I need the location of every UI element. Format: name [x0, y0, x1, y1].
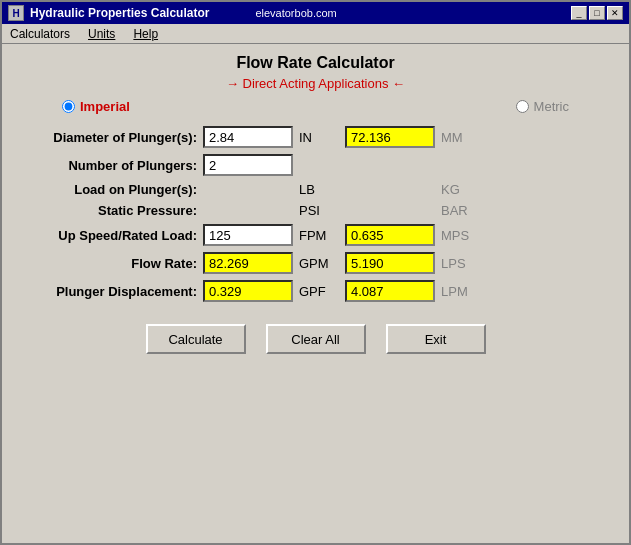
speed-imperial-unit: FPM — [299, 228, 339, 243]
diameter-metric-unit: MM — [441, 130, 481, 145]
diameter-metric-input[interactable] — [345, 126, 435, 148]
speed-label: Up Speed/Rated Load: — [22, 228, 197, 243]
clear-all-button[interactable]: Clear All — [266, 324, 366, 354]
displacement-metric-unit: LPM — [441, 284, 481, 299]
diameter-imperial-unit: IN — [299, 130, 339, 145]
menu-calculators[interactable]: Calculators — [6, 26, 74, 42]
menu-units[interactable]: Units — [84, 26, 119, 42]
calculate-button[interactable]: Calculate — [146, 324, 246, 354]
title-bar: H Hydraulic Properties Calculator elevat… — [2, 2, 629, 24]
close-button[interactable]: ✕ — [607, 6, 623, 20]
displacement-label: Plunger Displacement: — [22, 284, 197, 299]
metric-label: Metric — [534, 99, 569, 114]
pressure-metric-unit: BAR — [441, 203, 481, 218]
displacement-imperial-unit: GPF — [299, 284, 339, 299]
speed-imperial-input[interactable] — [203, 224, 293, 246]
window-controls: _ □ ✕ — [571, 6, 623, 20]
diameter-row: Diameter of Plunger(s): IN MM — [22, 126, 609, 148]
imperial-group: Imperial — [62, 99, 130, 114]
speed-row: Up Speed/Rated Load: FPM MPS — [22, 224, 609, 246]
flow-rate-imperial-unit: GPM — [299, 256, 339, 271]
page-title: Flow Rate Calculator — [236, 54, 394, 72]
app-icon: H — [8, 5, 24, 21]
buttons-row: Calculate Clear All Exit — [146, 324, 486, 354]
displacement-imperial-input[interactable] — [203, 280, 293, 302]
flow-rate-row: Flow Rate: GPM LPS — [22, 252, 609, 274]
displacement-metric-input[interactable] — [345, 280, 435, 302]
website-label: elevatorbob.com — [255, 7, 336, 19]
load-imperial-unit: LB — [299, 182, 339, 197]
window-title: Hydraulic Properties Calculator — [30, 6, 209, 20]
metric-group: Metric — [516, 99, 569, 114]
flow-rate-imperial-input[interactable] — [203, 252, 293, 274]
plungers-label: Number of Plungers: — [22, 158, 197, 173]
exit-button[interactable]: Exit — [386, 324, 486, 354]
flow-rate-label: Flow Rate: — [22, 256, 197, 271]
content-area: Flow Rate Calculator → Direct Acting App… — [2, 44, 629, 543]
pressure-label: Static Pressure: — [22, 203, 197, 218]
speed-metric-input[interactable] — [345, 224, 435, 246]
imperial-radio[interactable] — [62, 100, 75, 113]
main-window: H Hydraulic Properties Calculator elevat… — [0, 0, 631, 545]
plungers-input[interactable] — [203, 154, 293, 176]
load-metric-unit: KG — [441, 182, 481, 197]
minimize-button[interactable]: _ — [571, 6, 587, 20]
imperial-label: Imperial — [80, 99, 130, 114]
pressure-row: Static Pressure: PSI BAR — [22, 203, 609, 218]
pressure-imperial-unit: PSI — [299, 203, 339, 218]
displacement-row: Plunger Displacement: GPF LPM — [22, 280, 609, 302]
diameter-imperial-input[interactable] — [203, 126, 293, 148]
speed-metric-unit: MPS — [441, 228, 481, 243]
page-subtitle: → Direct Acting Applications ← — [226, 76, 405, 91]
load-row: Load on Plunger(s): LB KG — [22, 182, 609, 197]
metric-radio[interactable] — [516, 100, 529, 113]
load-label: Load on Plunger(s): — [22, 182, 197, 197]
flow-rate-metric-unit: LPS — [441, 256, 481, 271]
menu-bar: Calculators Units Help — [2, 24, 629, 44]
maximize-button[interactable]: □ — [589, 6, 605, 20]
menu-help[interactable]: Help — [129, 26, 162, 42]
plungers-row: Number of Plungers: — [22, 154, 609, 176]
diameter-label: Diameter of Plunger(s): — [22, 130, 197, 145]
units-selector: Imperial Metric — [22, 99, 609, 114]
flow-rate-metric-input[interactable] — [345, 252, 435, 274]
